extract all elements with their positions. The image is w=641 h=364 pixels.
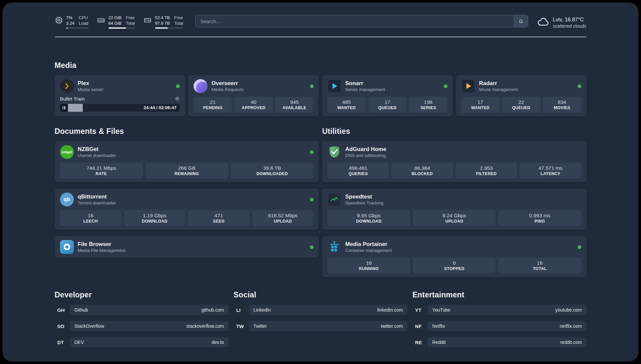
stat-value: 16 [329,260,409,266]
app-name: qBittorrent [78,193,306,200]
app-card-qbittorrent[interactable]: qb qBittorrent Torrent downloader 16 LEE… [55,189,319,230]
adguard-icon [327,145,341,159]
bookmark-abbr: DT [55,340,70,345]
status-dot [310,150,314,154]
cpu-icon [55,15,63,29]
app-name: Speedtest [345,193,581,200]
app-card-radarr[interactable]: Radarr Movie management 17 WANTED 22 QUE… [456,75,587,116]
stat-value: 9.65 Gbps [329,212,409,219]
stat-label: MOVIES [544,105,580,110]
app-name: Overseerr [211,80,306,87]
bookmark-name: StackOverflow [75,323,104,329]
stat-label: BLOCKED [393,171,451,176]
entertainment-section-title: Entertainment [412,290,587,299]
app-card-speedtest[interactable]: Speedtest Speedtest Tracking 9.65 Gbps D… [322,189,587,230]
speedtest-icon [327,193,341,206]
stat-tile: 266 GB REMAINING [145,163,228,178]
bookmark-abbr: TW [233,323,249,329]
stat-tile: 86,384 BLOCKED [391,163,453,178]
dashboard-screen: 7% 3.24 CPU Load [3,3,638,361]
middle-columns: Documents & Files nzbget NZBGet Usenet d… [55,127,587,277]
stats-row: 498,461 QUERIES 86,384 BLOCKED 2,953 FIL… [327,163,581,178]
app-card-sonarr[interactable]: Sonarr Series management 485 WANTED 17 Q… [322,75,453,116]
app-card-filebrowser[interactable]: File Browser Media File Management [55,236,319,258]
disk-metric: 52.4 TB 97.9 TB Free Total [143,15,183,29]
app-card-adguard[interactable]: AdGuard Home DNS and adblocking 498,461 … [322,141,587,182]
stat-value: 40 [236,99,271,105]
stat-value: 17 [370,99,405,105]
bookmark-link-stackoverflow[interactable]: StackOverflow stackoverflow.com [70,321,229,331]
stat-tile: 16 LEECH [60,210,121,226]
app-desc: Media server [78,87,172,93]
cpu-metric: 7% 3.24 CPU Load [55,15,88,29]
gear-icon[interactable] [175,96,180,101]
overseerr-icon [194,79,207,93]
stat-tile: 196 SERIES [409,97,447,112]
stat-tile: 0 STOPPED [413,258,496,273]
stat-label: PENDING [195,105,230,110]
bookmark-abbr: SO [55,323,70,329]
plex-icon [60,79,74,93]
bookmark-row: YT YouTube youtube.com [412,305,587,315]
stat-value: 39.6 TB [232,165,312,171]
pause-icon[interactable] [60,104,68,112]
ram-metric: 22 GiB 64 GiB Free Total [97,15,135,29]
status-dot [310,198,314,201]
stats-row: 485 WANTED 17 QUEUED 196 SERIES [327,97,447,112]
disk-total-label: Total [174,20,183,26]
bookmark-link-github[interactable]: Github github.com [70,305,229,315]
now-playing-title: Bullet Train [60,96,85,102]
bookmark-group-entertainment: Entertainment YT YouTube youtube.com NF … [412,290,587,353]
app-name: Plex [78,80,172,87]
bookmark-group-social: Social LI LinkedIn linkedin.com TW Twitt… [233,290,408,353]
app-desc: Torrent downloader [78,200,306,206]
disk-progress-bar [155,27,183,29]
bookmark-link-netflix[interactable]: Netflix netflix.com [428,321,587,331]
status-dot [444,84,447,88]
qbittorrent-icon: qb [60,193,74,206]
stat-value: 86,384 [393,165,451,171]
cpu-percent: 7% [66,15,75,20]
bookmark-link-twitter[interactable]: Twitter twitter.com [249,321,408,331]
cloud-icon [537,15,549,29]
ram-total-value: 64 GiB [108,20,122,26]
ram-progress-bar [108,27,135,29]
bookmark-link-linkedin[interactable]: LinkedIn linkedin.com [249,305,408,315]
ram-free-value: 22 GiB [108,15,122,20]
disk-total-value: 97.9 TB [155,20,170,26]
stat-tile: 16 TOTAL [498,258,581,273]
cpu-progress-fill [66,27,68,29]
stat-tile: 40 APPROVED [234,97,273,112]
stat-tile: 485 WANTED [327,97,366,112]
app-card-overseerr[interactable]: Overseerr Media Requests 21 PENDING 40 A… [188,75,319,116]
media-section-title: Media [55,61,587,70]
bookmark-row: RE Reddit reddit.com [412,337,587,348]
stat-value: 744.21 Mbps [61,165,141,171]
bookmark-url: twitter.com [381,323,403,329]
disk-icon [143,15,152,29]
status-dot [310,245,314,249]
stat-value: 471 [189,212,248,219]
bookmark-link-youtube[interactable]: YouTube youtube.com [428,305,587,315]
stats-row: 21 PENDING 40 APPROVED 945 AVAILABLE [194,97,314,112]
radarr-icon [461,79,475,93]
app-card-plex[interactable]: Plex Media server Bullet Train [55,75,185,116]
search-engine-button[interactable]: G [514,15,528,27]
search-input[interactable] [196,15,514,27]
app-desc: Container management [345,248,574,254]
bookmark-url: youtube.com [555,307,582,313]
app-desc: Speedtest Tracking [345,200,581,206]
playback-progress-bar[interactable]: 24:44 / 02:06:47 [60,104,180,112]
stat-label: RATE [61,171,141,176]
stat-value: 16 [500,260,580,266]
app-card-portainer[interactable]: Media Portainer Container management 16 … [322,236,587,277]
stat-tile: 9.65 Gbps DOWNLOAD [327,210,410,226]
stat-label: FILTERED [457,171,516,176]
weather-location: Lviv, 16.87°C [553,16,587,23]
app-name: File Browser [78,241,306,248]
bookmark-name: Twitter [253,323,267,329]
bookmark-link-dev[interactable]: DEV dev.to [70,337,229,348]
bookmark-link-reddit[interactable]: Reddit reddit.com [428,337,587,348]
section-documents: Documents & Files nzbget NZBGet Usenet d… [55,127,319,258]
app-card-nzbget[interactable]: nzbget NZBGet Usenet downloader 744.21 M… [55,141,319,182]
